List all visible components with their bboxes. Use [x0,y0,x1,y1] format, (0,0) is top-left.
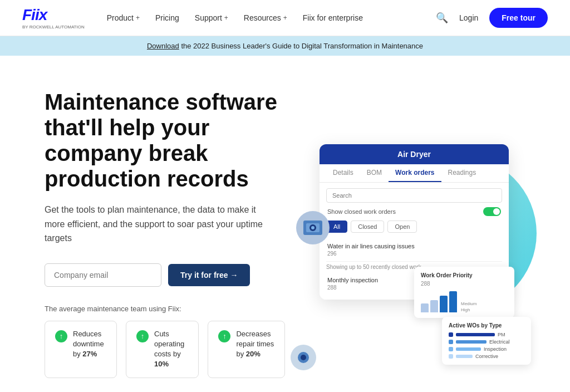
banner-download-link[interactable]: Download [147,42,179,50]
free-tour-button[interactable]: Free tour [489,8,548,28]
hero-right: Air Dryer Details BOM Work orders Readin… [285,144,525,322]
stat-downtime: ↑ Reduces downtime by 27% [45,321,117,378]
wo-title-1: Water in air lines causing issues [327,243,501,249]
nav-product[interactable]: Product + [107,13,140,22]
hero-form: Try it for free → [45,263,285,287]
stats-row: ↑ Reduces downtime by 27% ↑ Cuts operati… [45,321,285,378]
equipment-image [296,211,330,244]
stat-costs-text: Cuts operating costs by 10% [154,329,188,370]
legend-bar-inspection [456,347,481,351]
toggle-label: Show closed work orders [327,208,396,215]
toggle-dot [493,208,500,215]
card-tabs: Details BOM Work orders Readings [320,164,509,183]
stat-downtime-text: Reduces downtime by 27% [73,329,106,360]
wo-num-1: 296 [327,251,501,257]
toggle-switch[interactable] [483,207,501,216]
nav-right: 🔍 Login Free tour [436,8,548,28]
stat-repair-number: 20% [246,350,261,358]
chart-bars: Medium High [421,290,508,312]
active-wo-card: Active WOs by Type PM Electrical [442,317,531,365]
nav-resources[interactable]: Resources + [244,13,287,22]
hero-title: Maintenance software that'll help your c… [45,89,285,192]
filter-closed[interactable]: Closed [351,220,384,233]
pie-legends: PM Electrical Inspection [449,332,524,359]
logo[interactable]: Fiix BY ROCKWELL AUTOMATION [22,6,85,30]
bar-4 [449,291,457,312]
legend-high: High [461,307,476,312]
nav-enterprise[interactable]: Fiix for enterprise [303,13,363,22]
svg-point-3 [311,226,315,229]
filter-row: All Closed Open [326,220,502,233]
logo-sub: BY ROCKWELL AUTOMATION [22,25,85,30]
chart-num: 288 [421,281,508,287]
svg-point-6 [301,355,306,360]
product-plus-icon: + [136,14,140,22]
avg-label: The average maintenance team using Fiix: [45,305,285,313]
tab-bom[interactable]: BOM [360,164,389,182]
stat-repair: ↑ Decreases repair times by 20% [208,321,285,378]
hero-subtitle: Get the tools to plan maintenance, the d… [45,203,278,246]
legend-corrective: Corrective [449,354,524,359]
legend-bar-corrective [456,355,473,358]
legend-medium: Medium [461,301,476,306]
nav-support[interactable]: Support + [195,13,228,22]
resources-plus-icon: + [283,14,287,22]
card-toggle-row: Show closed work orders [326,207,502,216]
hero-left: Maintenance software that'll help your c… [45,89,285,378]
legend-dot-corrective [449,354,453,359]
hero-section: Maintenance software that'll help your c… [0,56,570,392]
tab-details[interactable]: Details [326,164,360,182]
stat-costs-icon: ↑ [136,330,149,342]
search-icon[interactable]: 🔍 [436,12,448,24]
legend-bar-pm [456,333,495,336]
legend-dot-electrical [449,340,453,344]
card-search-input[interactable] [326,188,502,203]
equipment-image-2 [291,345,316,370]
pie-card-title: Active WOs by Type [449,322,524,329]
chart-title: Work Order Priority [421,272,508,278]
support-plus-icon: + [224,14,228,22]
tab-work-orders[interactable]: Work orders [389,164,441,182]
legend-bar-electrical [456,340,487,344]
legend-inspection: Inspection [449,346,524,352]
announcement-banner: Download the 2022 Business Leader's Guid… [0,36,570,56]
stat-costs-number: 10% [154,360,169,368]
card-header: Air Dryer [320,144,509,164]
nav-pricing[interactable]: Pricing [155,13,179,22]
bar-1 [421,303,429,312]
email-input[interactable] [45,263,161,287]
legend-electrical: Electrical [449,339,524,345]
stat-downtime-number: 27% [82,350,97,358]
navbar: Fiix BY ROCKWELL AUTOMATION Product + Pr… [0,0,570,36]
nav-links: Product + Pricing Support + Resources + … [107,13,436,22]
work-order-priority-card: Work Order Priority 288 Medium High [414,267,514,318]
tab-readings[interactable]: Readings [441,164,483,182]
bar-3 [440,296,448,312]
legend-dot-pm [449,332,453,337]
stat-up-icon: ↑ [55,330,67,342]
try-free-button[interactable]: Try it for free → [168,264,250,286]
login-button[interactable]: Login [459,13,478,22]
filter-open[interactable]: Open [387,220,417,233]
work-order-item-1[interactable]: Water in air lines causing issues 296 [326,238,502,262]
legend-dot-inspection [449,347,453,351]
stat-repair-icon: ↑ [218,330,230,342]
banner-text: the 2022 Business Leader's Guide to Digi… [181,42,423,50]
legend-pm: PM [449,332,524,337]
stat-repair-text: Decreases repair times by 20% [236,329,274,360]
stat-costs: ↑ Cuts operating costs by 10% [126,321,199,378]
logo-text: Fiix [22,6,85,24]
bar-2 [430,300,438,312]
chart-legend: Medium High [461,301,476,312]
